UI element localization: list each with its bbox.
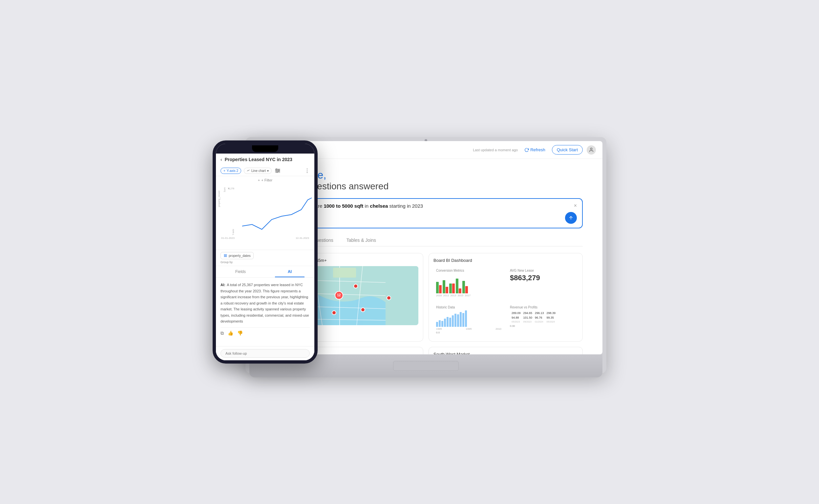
svg-point-18 — [278, 170, 279, 171]
filter-bar[interactable]: + + Filter — [216, 176, 314, 184]
last-updated-text: Last updated a moment ago — [473, 148, 518, 152]
historic-y-label: 0.0 — [436, 331, 501, 334]
phone-back-button[interactable]: ‹ — [221, 157, 222, 162]
phone-tab-fields[interactable]: Fields — [216, 266, 265, 277]
chart-more-button[interactable]: ⋮ — [305, 168, 310, 174]
group-by-tag[interactable]: property_dates — [221, 252, 254, 259]
line-chart-button[interactable]: Line chart ▾ — [244, 168, 272, 174]
revenue-label: Revenue vs Profits — [510, 305, 575, 309]
group-by-label: Group by — [221, 261, 310, 264]
table-icon — [224, 254, 227, 257]
revenue-row-2: 94.88 101.50 96.76 99.35 — [511, 316, 557, 320]
bar-g5 — [462, 281, 465, 293]
bar-r1 — [439, 285, 442, 293]
search-close-button[interactable]: × — [574, 203, 577, 209]
hbar-1 — [436, 322, 438, 327]
phone: ‹ Properties Leased NYC in 2023 + Y-axis… — [213, 140, 318, 364]
bar-g2 — [443, 280, 445, 293]
revenue-y-label: 0.00 — [510, 325, 575, 327]
bar-group-2 — [443, 280, 448, 293]
phone-chart-title: Properties Leased NYC in 2023 — [225, 157, 292, 162]
phone-tabs: Fields AI — [216, 266, 314, 278]
conversion-label: Conversion Metrics — [436, 269, 501, 272]
chart-xaxis: 01-01-2023 12-31-2023 — [219, 236, 312, 240]
svg-point-19 — [277, 172, 278, 173]
hbar-7 — [452, 315, 454, 327]
historic-data-widget: Historic Data — [433, 303, 504, 337]
search-text[interactable]: How many leases are 1000 to 5000 sqft in… — [275, 203, 574, 209]
revenue-row-1: 289.09 294.65 296.13 298.39 — [511, 311, 557, 315]
send-icon — [568, 215, 574, 221]
dashboard-card-southwest: South West Market California Arizona — [429, 347, 583, 354]
bar-g4 — [456, 279, 458, 293]
property-closed-label-container: property_closed — [218, 191, 220, 207]
followup-input[interactable] — [221, 349, 310, 358]
bar-group-3 — [449, 283, 455, 293]
bar-r2 — [446, 287, 448, 293]
thumbs-down-button[interactable]: 👎 — [237, 330, 243, 336]
user-avatar[interactable] — [587, 145, 596, 155]
group-by-field: property_dates — [229, 254, 251, 258]
chart-settings-icon[interactable] — [274, 167, 281, 174]
dashboard-card-bi: Board BI Dashboard Conversion Metrics — [429, 253, 583, 342]
avg-lease-label: AVG New Lease — [510, 269, 575, 272]
send-button[interactable] — [565, 212, 577, 224]
ai-response-text: A total of 25,367 properties were leased… — [221, 283, 309, 323]
phone-tab-ai[interactable]: AI — [265, 266, 314, 277]
bar-group-4 — [456, 279, 461, 293]
ai-actions: ⧉ 👍 👎 — [221, 327, 310, 336]
revenue-table: 289.09 294.65 296.13 298.39 94.88 101.50… — [510, 310, 557, 324]
phone-followup — [216, 346, 314, 360]
svg-rect-23 — [226, 256, 227, 257]
user-icon — [589, 147, 594, 153]
hbar-3 — [441, 321, 443, 327]
hbar-4 — [444, 319, 446, 327]
conversion-metrics-widget: Conversion Metrics — [433, 266, 504, 300]
bar-group-1 — [436, 282, 442, 293]
laptop-trackpad — [393, 361, 459, 371]
hbar-10 — [460, 312, 462, 327]
phone-chart-controls: + Y-axis 2 Line chart ▾ — [216, 165, 314, 176]
plus-icon: + — [223, 169, 225, 173]
svg-point-17 — [276, 169, 277, 170]
bar-g3 — [449, 283, 452, 293]
yaxis2-button[interactable]: + Y-axis 2 — [221, 168, 241, 174]
bar-group-5 — [462, 281, 468, 293]
hbar-9 — [457, 314, 459, 327]
historic-label: Historic Data — [436, 305, 501, 309]
svg-point-0 — [590, 148, 592, 150]
svg-rect-13 — [333, 268, 356, 278]
search-footer: Property ▾ — [275, 212, 577, 224]
property-closed-label: property_closed — [218, 191, 220, 207]
avg-new-lease-widget: AVG New Lease $863,279 — [507, 266, 578, 300]
bi-years: 2010 2011 2013 2015 2017 — [436, 294, 501, 297]
refresh-icon — [524, 148, 529, 152]
group-by-icon — [223, 254, 227, 258]
refresh-button[interactable]: Refresh — [522, 146, 548, 154]
line-chart-label: Line chart — [251, 169, 266, 173]
search-bold1: 1000 to 5000 sqft — [324, 203, 363, 209]
phone-ai-content: AI: A total of 25,367 properties were le… — [216, 278, 314, 346]
bi-card-title: Board BI Dashboard — [433, 258, 578, 263]
date-end-label: 12-31-2023 — [296, 237, 309, 240]
filter-label: + Filter — [261, 178, 272, 182]
chart-area: Sum 1,278 Y-axis × property_closed — [216, 184, 314, 250]
bar-r3 — [452, 283, 455, 293]
thumbs-up-button[interactable]: 👍 — [228, 330, 233, 336]
phone-content: ‹ Properties Leased NYC in 2023 + Y-axis… — [216, 154, 314, 360]
chart-type-chevron: ▾ — [267, 169, 269, 173]
hbar-2 — [439, 320, 441, 327]
yaxis2-label: Y-axis 2 — [227, 169, 238, 173]
copy-button[interactable]: ⧉ — [221, 330, 224, 336]
quick-start-button[interactable]: Quick Start — [552, 145, 583, 155]
phone-notch-area — [216, 144, 314, 154]
search-suffix: starting in 2023 — [389, 203, 423, 209]
hbar-11 — [462, 313, 464, 327]
conversion-chart — [436, 274, 501, 293]
date-start-label: 01-01-2023 — [221, 237, 235, 240]
tab-tables-joins[interactable]: Tables & Joins — [347, 235, 376, 246]
line-chart-icon — [247, 169, 250, 172]
ai-prefix-label: AI: — [221, 283, 225, 287]
chart-close-button[interactable]: × — [228, 187, 230, 190]
bar-g1 — [436, 282, 439, 293]
